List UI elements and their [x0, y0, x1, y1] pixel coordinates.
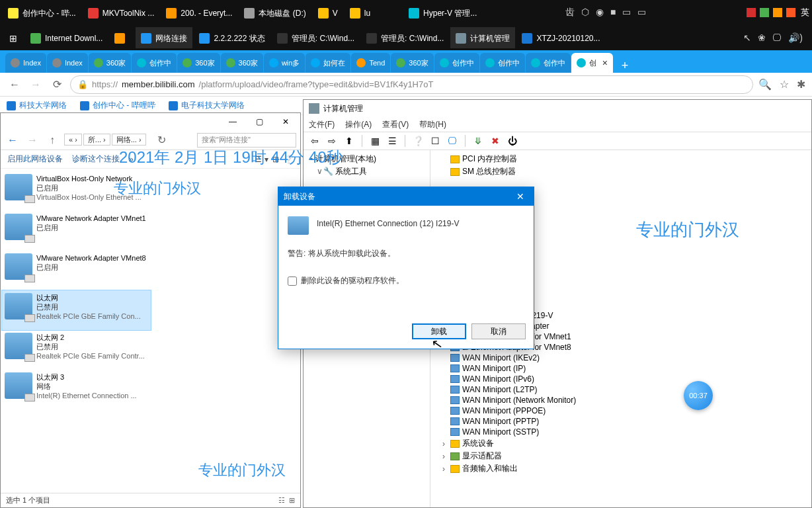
tree-root[interactable]: ▪计算机管理(本地): [306, 153, 427, 165]
device-item[interactable]: PCI 内存控制器: [437, 153, 805, 165]
device-category[interactable]: ›显示适配器: [437, 450, 805, 462]
search-icon[interactable]: 🔍: [758, 78, 772, 91]
tree-system-tools[interactable]: ∨🔧 系统工具: [306, 165, 427, 178]
view-icon[interactable]: ☐: [428, 134, 442, 148]
tray-app-icon[interactable]: [786, 8, 795, 17]
forward-button[interactable]: →: [28, 77, 44, 93]
chrome-tab[interactable]: 创作中: [526, 53, 571, 73]
network-adapter-device[interactable]: WAN Miniport (IKEv2): [437, 353, 805, 363]
minimize-button[interactable]: —: [221, 114, 245, 129]
uninstall-button[interactable]: 卸载: [412, 323, 466, 339]
menu-item[interactable]: 操作(A): [345, 119, 372, 130]
taskbar-item[interactable]: 创作中心 - 哔...: [3, 2, 81, 23]
chrome-tab[interactable]: Index: [5, 53, 46, 73]
chrome-tab[interactable]: 360家: [177, 53, 220, 73]
tiles-view-icon[interactable]: ⊞: [289, 496, 295, 505]
tray-app-icon[interactable]: [747, 8, 756, 17]
power-icon[interactable]: ⏻: [505, 134, 520, 148]
monitor-icon[interactable]: 🖵: [445, 134, 460, 148]
bookmark-item[interactable]: 科技大学网络: [7, 100, 67, 111]
taskbar-item[interactable]: lu: [345, 2, 376, 23]
network-adapter-device[interactable]: WAN Miniport (Network Monitor): [437, 395, 805, 405]
taskbar-item[interactable]: V: [313, 2, 343, 23]
taskbar-item[interactable]: 200. - Everyt...: [161, 2, 237, 23]
chrome-tab[interactable]: 如何在: [305, 53, 350, 73]
taskbar-item[interactable]: 管理员: C:\Wind...: [272, 27, 360, 48]
taskbar-item[interactable]: 2.2.2.222 状态: [194, 27, 270, 48]
device-item[interactable]: SM 总线控制器: [437, 165, 805, 178]
nc-command[interactable]: 启用此网络设备: [7, 153, 63, 165]
chrome-tab[interactable]: 创作中: [132, 53, 177, 73]
taskbar-item[interactable]: MKVToolNix ...: [83, 2, 160, 23]
close-button[interactable]: ✕: [274, 114, 298, 129]
network-adapter-device[interactable]: WAN Miniport (L2TP): [437, 384, 805, 395]
details-view-icon[interactable]: ☷: [278, 496, 285, 505]
taskbar-item[interactable]: 网络连接: [136, 27, 192, 48]
tray-icon[interactable]: ◉: [596, 7, 604, 19]
extensions-icon[interactable]: ✱: [797, 78, 805, 91]
maximize-button[interactable]: ▢: [247, 114, 271, 129]
properties-icon[interactable]: ▦: [368, 134, 382, 148]
device-category[interactable]: ›系统设备: [437, 437, 805, 450]
taskbar-item[interactable]: 本地磁盘 (D:): [239, 2, 311, 23]
tab-close-icon[interactable]: ×: [602, 58, 608, 68]
url-input[interactable]: 🔒 https://member.bilibili.com/platform/u…: [70, 75, 753, 94]
network-adapter-item[interactable]: VirtualBox Host-Only Network已启用VirtualBo…: [2, 171, 151, 211]
reload-button[interactable]: ⟳: [49, 77, 65, 93]
nc-breadcrumb[interactable]: « ›所... ›网络... ›: [64, 135, 147, 145]
network-adapter-item[interactable]: VMware Network Adapter VMnet8已启用: [2, 251, 151, 290]
nc-up-button[interactable]: ↑: [44, 132, 60, 148]
nc-forward-button[interactable]: →: [24, 132, 40, 148]
menu-item[interactable]: 文件(F): [309, 119, 335, 130]
chrome-tab[interactable]: win多: [264, 53, 305, 73]
taskbar-item[interactable]: Hyper-V 管理...: [403, 2, 482, 23]
tray-icon[interactable]: ▭: [622, 7, 631, 19]
taskbar-item[interactable]: 管理员: C:\Wind...: [361, 27, 449, 48]
bookmark-item[interactable]: 电子科技大学网络: [169, 100, 245, 111]
chrome-tab[interactable]: 360家: [89, 53, 131, 73]
dialog-titlebar[interactable]: 卸载设备 ✕: [278, 187, 534, 206]
help-icon[interactable]: ❔: [411, 134, 425, 148]
network-adapter-device[interactable]: WAN Miniport (PPTP): [437, 416, 805, 427]
chrome-tab[interactable]: 创作中: [480, 53, 525, 73]
network-adapter-device[interactable]: WAN Miniport (IP): [437, 363, 805, 374]
up-icon[interactable]: ⬆: [342, 134, 356, 148]
delete-driver-checkbox[interactable]: 删除此设备的驱动程序软件。: [288, 275, 524, 286]
chrome-tab[interactable]: 创作中: [434, 53, 479, 73]
tray-icon[interactable]: ▭: [637, 7, 646, 19]
taskbar-item[interactable]: XTZJ-20210120...: [516, 27, 605, 48]
tray-app-icon[interactable]: [773, 8, 782, 17]
bookmark-star-icon[interactable]: ☆: [780, 78, 789, 91]
cancel-button[interactable]: 取消: [471, 323, 526, 339]
nc-command[interactable]: 诊断这个连接: [72, 153, 120, 165]
delete-icon[interactable]: ✖: [488, 134, 503, 148]
dialog-close-button[interactable]: ✕: [512, 191, 528, 202]
bookmark-item[interactable]: 创作中心 - 哔哩哔: [80, 100, 155, 111]
start-button[interactable]: ⊞: [3, 27, 24, 48]
network-adapter-device[interactable]: WAN Miniport (IPv6): [437, 374, 805, 384]
tray-icon[interactable]: ■: [610, 7, 616, 19]
chrome-tab[interactable]: 360家: [221, 53, 263, 73]
tray-app-icon[interactable]: [760, 8, 769, 17]
tray-icon[interactable]: ⬡: [581, 7, 589, 19]
back-icon[interactable]: ⇦: [307, 134, 322, 148]
tray-icon[interactable]: ↖: [743, 32, 751, 43]
network-adapter-item[interactable]: 以太网 3网络Intel(R) Ethernet Connection ...: [2, 370, 151, 409]
nc-search-input[interactable]: 搜索"网络连接": [197, 133, 296, 148]
tray-icon[interactable]: 🖵: [772, 32, 782, 43]
chrome-tab[interactable]: Index: [47, 53, 88, 73]
menu-item[interactable]: 查看(V): [382, 119, 409, 130]
taskbar-item[interactable]: [377, 2, 402, 23]
network-adapter-device[interactable]: WAN Miniport (SSTP): [437, 427, 805, 437]
nc-refresh-button[interactable]: ↻: [154, 132, 170, 148]
tray-icon[interactable]: ❀: [758, 32, 766, 43]
chrome-tab[interactable]: Tend: [351, 53, 390, 73]
tray-icon[interactable]: 齿: [565, 7, 575, 19]
tray-icon[interactable]: 🔊): [788, 32, 803, 43]
back-button[interactable]: ←: [7, 77, 22, 93]
network-adapter-item[interactable]: 以太网已禁用Realtek PCIe GbE Family Con...: [2, 290, 151, 330]
chrome-tab[interactable]: 创×: [571, 53, 613, 73]
device-category[interactable]: ›音频输入和输出: [437, 462, 805, 475]
nc-command[interactable]: »: [129, 155, 134, 164]
chrome-tab[interactable]: 360家: [391, 53, 433, 73]
